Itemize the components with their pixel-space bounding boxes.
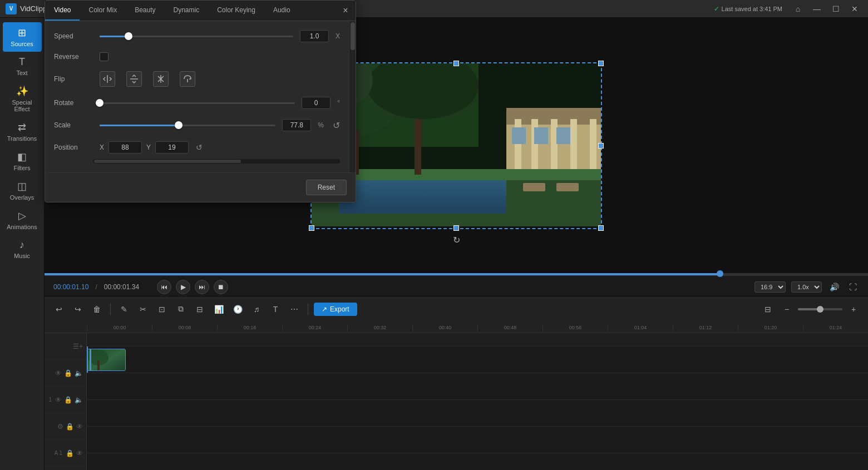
speed-slider-thumb[interactable] [125, 32, 132, 40]
next-button[interactable]: ⏭ [195, 280, 209, 294]
tab-color-keying[interactable]: Color Keying [208, 18, 264, 21]
track-speaker-icon-1[interactable]: 🔈 [75, 369, 83, 377]
rotate-slider-container[interactable] [100, 97, 295, 108]
track-speaker-icon-2[interactable]: 🔈 [75, 396, 83, 404]
text-fx-button[interactable]: T [268, 301, 283, 317]
zoom-select[interactable]: 1.0x 0.5x 2.0x [791, 281, 822, 293]
clock-button[interactable]: 🕐 [230, 301, 245, 317]
sidebar-item-animations[interactable]: ▷ Animations [3, 205, 42, 235]
track-lock-icon-1[interactable]: 🔒 [64, 369, 72, 377]
scale-slider-thumb[interactable] [175, 121, 183, 129]
minimize-button[interactable]: — [809, 3, 825, 15]
sidebar-item-overlays[interactable]: ◫ Overlays [3, 176, 42, 205]
stop-button[interactable]: ⏹ [214, 280, 228, 294]
timeline-ruler: 00:00 00:08 00:16 00:24 00:32 00:40 00:4… [45, 320, 868, 333]
handle-middle-right[interactable] [598, 143, 604, 149]
maximize-button[interactable]: ☐ [828, 3, 844, 15]
export-button[interactable]: ↗ Export [314, 303, 357, 316]
window-controls: ⌂ — ☐ ✕ [790, 3, 862, 15]
play-button[interactable]: ▶ [176, 280, 190, 294]
redo-button[interactable]: ↪ [70, 301, 86, 317]
handle-bottom-right[interactable] [598, 225, 604, 231]
more-button[interactable]: ⋯ [287, 301, 302, 317]
prev-button[interactable]: ⏮ [157, 280, 171, 294]
rotate-handle[interactable]: ↻ [451, 235, 462, 246]
tab-video[interactable]: Video [45, 18, 80, 21]
scale-slider-track [100, 125, 275, 126]
tab-audio[interactable]: Audio [264, 18, 299, 21]
reverse-checkbox[interactable] [100, 52, 108, 61]
track-lock-icon-4[interactable]: 🔒 [66, 449, 74, 457]
sidebar-item-label-music: Music [14, 253, 30, 259]
handle-top-center[interactable] [453, 61, 459, 66]
position-reset-button[interactable]: ↺ [193, 141, 205, 154]
speed-input[interactable] [300, 30, 329, 42]
zoom-slider[interactable] [798, 308, 842, 310]
ruler-marks: 00:00 00:08 00:16 00:24 00:32 00:40 00:4… [87, 325, 868, 332]
edit-button[interactable]: ✎ [116, 301, 132, 317]
tab-color-mix[interactable]: Color Mix [80, 18, 126, 21]
panel-scrollbar[interactable] [349, 21, 356, 172]
position-x-input[interactable] [108, 141, 142, 154]
horizontal-scroll-thumb [94, 160, 241, 163]
track-eye-icon-3[interactable]: 👁 [76, 423, 83, 431]
scale-reset-icon[interactable]: ↺ [333, 120, 340, 131]
handle-top-right[interactable] [598, 61, 604, 66]
scale-input[interactable] [282, 119, 311, 131]
sidebar-item-sources[interactable]: ⊞ Sources [3, 22, 42, 52]
fullscreen-button[interactable]: ⛶ [847, 281, 859, 293]
flip-vertical-button[interactable] [126, 71, 142, 87]
zoom-fit-button[interactable]: ⊟ [760, 301, 776, 317]
flip-mirror-button[interactable] [153, 71, 169, 87]
zoom-in-button[interactable]: + [846, 301, 861, 317]
home-button[interactable]: ⌂ [790, 3, 806, 15]
sidebar-item-transitions[interactable]: ⇄ Transitions [3, 117, 42, 146]
speed-slider-container[interactable] [100, 31, 293, 42]
add-track-icon[interactable]: ☰+ [73, 343, 83, 350]
panel-scrollbar-thumb [351, 22, 355, 50]
rotate-input[interactable] [302, 97, 331, 109]
time-current: 00:00:01.10 [53, 283, 88, 291]
scale-slider-container[interactable] [100, 120, 275, 131]
track-row-3 [87, 400, 868, 427]
sidebar-item-filters[interactable]: ◧ Filters [3, 146, 42, 176]
zoom-slider-thumb[interactable] [817, 306, 823, 313]
thumbnail-button[interactable]: ⊟ [192, 301, 208, 317]
sidebar-item-music[interactable]: ♪ Music [3, 235, 42, 264]
ratio-select[interactable]: 16:9 4:3 1:1 [754, 281, 786, 293]
horizontal-scrollbar[interactable] [93, 159, 340, 164]
chart-button[interactable]: 📊 [211, 301, 226, 317]
undo-button[interactable]: ↩ [51, 301, 67, 317]
track-lock-icon-3[interactable]: 🔒 [66, 423, 74, 431]
position-y-input[interactable] [155, 141, 189, 154]
handle-bottom-left[interactable] [309, 225, 314, 231]
duplicate-button[interactable]: ⧉ [173, 301, 189, 317]
zoom-out-button[interactable]: − [779, 301, 795, 317]
close-button[interactable]: ✕ [847, 3, 862, 15]
delete-button[interactable]: 🗑 [89, 301, 105, 317]
overlays-icon: ◫ [17, 180, 27, 192]
track-eye-icon-1[interactable]: 👁 [55, 369, 62, 377]
progress-thumb[interactable] [717, 270, 723, 277]
export-icon: ↗ [322, 305, 327, 313]
sidebar-item-special-effect[interactable]: ✨ Special Effect [3, 81, 42, 117]
track-motion-icon[interactable]: ⚙ [57, 423, 63, 431]
tab-dynamic[interactable]: Dynamic [165, 18, 209, 21]
rotate-slider-thumb[interactable] [96, 99, 103, 107]
audio-fx-button[interactable]: ♬ [249, 301, 264, 317]
video-clip-1[interactable] [87, 349, 126, 371]
tab-beauty[interactable]: Beauty [126, 18, 164, 21]
flip-horizontal-button[interactable] [100, 71, 115, 87]
sidebar-item-text[interactable]: T Text [3, 52, 42, 81]
reset-button[interactable]: Reset [306, 180, 347, 195]
track-eye-icon-2[interactable]: 👁 [55, 396, 62, 404]
playhead[interactable] [87, 347, 88, 373]
cut-button[interactable]: ✂ [135, 301, 151, 317]
volume-button[interactable]: 🔊 [827, 281, 841, 293]
progress-bar[interactable] [45, 273, 868, 275]
track-eye-icon-4[interactable]: 👁 [76, 449, 83, 457]
flip-rotate-button[interactable] [180, 71, 195, 87]
handle-bottom-center[interactable] [453, 225, 459, 231]
track-lock-icon-2[interactable]: 🔒 [64, 396, 72, 404]
crop-button[interactable]: ⊡ [154, 301, 170, 317]
